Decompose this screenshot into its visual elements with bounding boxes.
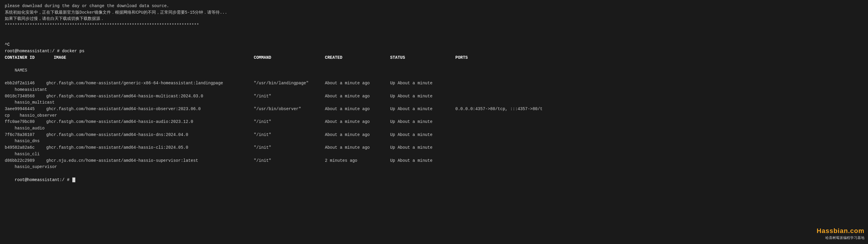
row7-image: ghcr.nju.edu.cn/home-assistant/amd64-has… — [46, 158, 254, 164]
header-status: STATUS — [390, 55, 455, 61]
row6-name: hassio_cli — [5, 151, 863, 158]
row6-id: b49582a82a6c — [5, 144, 46, 151]
row3-ports: 0.0.0.0:4357->80/tcp, :::4357->80/t — [455, 106, 542, 112]
intro-line-1: please download during the day or change… — [5, 3, 863, 9]
header-image: IMAGE — [46, 55, 254, 61]
watermark-subtitle: 哈喜树莓派编程学习基地 — [825, 235, 864, 240]
table-row: ffc0ae79bc80 ghcr.fastgh.com/home-assist… — [5, 119, 863, 125]
row5-image: ghcr.fastgh.com/home-assistant/amd64-has… — [46, 132, 254, 138]
row6-status: Up About a minute — [390, 144, 455, 151]
row4-command: "/init" — [254, 119, 325, 125]
row4-created: About a minute ago — [325, 119, 390, 125]
row3-status: Up About a minute — [390, 106, 455, 112]
row3-created: About a minute ago — [325, 106, 390, 112]
ctrl-c-line: ^C — [5, 42, 863, 48]
header-container-id: CONTAINER ID — [5, 55, 46, 61]
row5-id: 7f6c78a36107 — [5, 132, 46, 138]
row5-command: "/init" — [254, 132, 325, 138]
table-row: 0018c7348568 ghcr.fastgh.com/home-assist… — [5, 93, 863, 100]
row7-name: hassio_supervisor — [5, 164, 863, 170]
row3-command: "/usr/bin/observer" — [254, 106, 325, 112]
header-names: NAMES — [5, 61, 863, 80]
table-row: d86bb22c2989 ghcr.nju.edu.cn/home-assist… — [5, 158, 863, 164]
terminal-window: please download during the day or change… — [0, 0, 868, 244]
row1-id: ebb2df2a1146 — [5, 80, 46, 87]
row1-image: ghcr.fastgh.com/home-assistant/generic-x… — [46, 80, 254, 87]
final-prompt: root@homeassistant:/ # — [5, 170, 863, 190]
row2-status: Up About a minute — [390, 93, 455, 100]
blank-line-1 — [5, 29, 863, 35]
header-command: COMMAND — [254, 55, 325, 61]
intro-line-3: 如果下载同步过慢，请在白天下载或切换下载数据源． — [5, 16, 863, 22]
intro-line-2: 系统初始化安装中，正在下载最新官方版Docker镜像文件．根据网络和CPU的不同… — [5, 9, 863, 16]
row3-id: 3aee99946445 — [5, 106, 46, 112]
row2-command: "/init" — [254, 93, 325, 100]
blank-line-2 — [5, 35, 863, 42]
cursor — [72, 178, 75, 182]
row2-name: hassio_multicast — [5, 100, 863, 106]
row5-created: About a minute ago — [325, 132, 390, 138]
row6-command: "/init" — [254, 144, 325, 151]
row4-status: Up About a minute — [390, 119, 455, 125]
watermark-title: Hassbian.com — [817, 227, 864, 235]
header-ports: PORTS — [455, 55, 574, 61]
row7-created: 2 minutes ago — [325, 158, 390, 164]
row1-status: Up About a minute — [390, 80, 455, 87]
row4-id: ffc0ae79bc80 — [5, 119, 46, 125]
row3-name: cp hassio_observer — [5, 112, 863, 119]
intro-line-4: ****************************************… — [5, 22, 863, 29]
row6-created: About a minute ago — [325, 144, 390, 151]
row6-image: ghcr.fastgh.com/home-assistant/amd64-has… — [46, 144, 254, 151]
row1-command: "/usr/bin/landingpage" — [254, 80, 325, 87]
table-row: ebb2df2a1146 ghcr.fastgh.com/home-assist… — [5, 80, 863, 87]
header-created: CREATED — [325, 55, 390, 61]
table-row: b49582a82a6c ghcr.fastgh.com/home-assist… — [5, 144, 863, 151]
table-header: CONTAINER ID IMAGE COMMAND CREATED STATU… — [5, 55, 863, 61]
row4-image: ghcr.fastgh.com/home-assistant/amd64-has… — [46, 119, 254, 125]
table-row: 3aee99946445 ghcr.fastgh.com/home-assist… — [5, 106, 863, 112]
row2-image: ghcr.fastgh.com/home-assistant/amd64-has… — [46, 93, 254, 100]
row7-command: "/init" — [254, 158, 325, 164]
row5-name: hassio_dns — [5, 138, 863, 144]
row1-name: homeassistant — [5, 87, 863, 93]
row1-created: About a minute ago — [325, 80, 390, 87]
row5-status: Up About a minute — [390, 132, 455, 138]
row2-id: 0018c7348568 — [5, 93, 46, 100]
row3-image: ghcr.fastgh.com/home-assistant/amd64-has… — [46, 106, 254, 112]
row7-status: Up About a minute — [390, 158, 455, 164]
row4-name: hassio_audio — [5, 125, 863, 132]
watermark: Hassbian.com 哈喜树莓派编程学习基地 — [817, 227, 864, 240]
row2-created: About a minute ago — [325, 93, 390, 100]
docker-ps-command: root@homeassistant:/ # docker ps — [5, 48, 863, 55]
table-row: 7f6c78a36107 ghcr.fastgh.com/home-assist… — [5, 132, 863, 138]
row7-id: d86bb22c2989 — [5, 158, 46, 164]
